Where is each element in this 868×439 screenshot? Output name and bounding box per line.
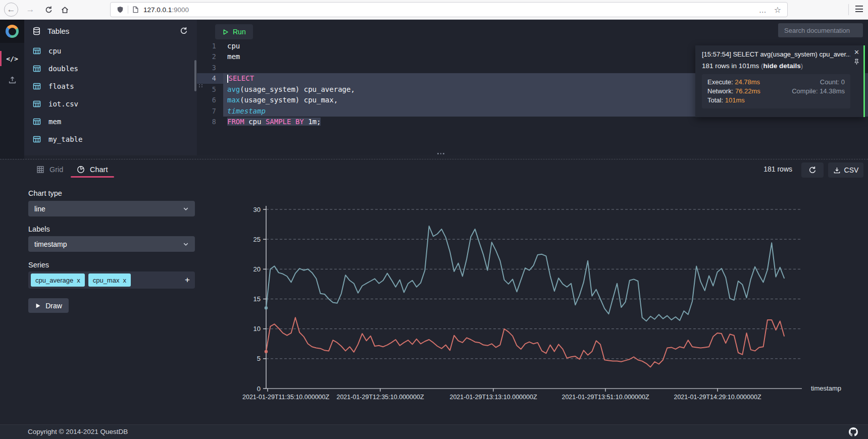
table-icon	[33, 47, 41, 55]
table-name: doubles	[48, 65, 78, 73]
tab-grid[interactable]: Grid	[36, 162, 63, 177]
database-icon	[32, 27, 41, 35]
pin-icon[interactable]	[854, 59, 859, 65]
url-text: 127.0.0.1:9000	[143, 6, 189, 14]
table-item-iot.csv[interactable]: iot.csv	[24, 95, 197, 113]
table-icon	[33, 135, 41, 143]
svg-text:2021-01-29T13:13:10.000000Z: 2021-01-29T13:13:10.000000Z	[449, 394, 537, 401]
svg-text:20: 20	[253, 265, 261, 273]
table-icon	[33, 118, 41, 126]
labels-label: Labels	[28, 225, 50, 233]
line-number: 5	[197, 84, 223, 95]
chart-type-select[interactable]: line	[28, 201, 195, 216]
search-documentation-input[interactable]	[778, 23, 863, 37]
table-item-floats[interactable]: floats	[24, 77, 197, 95]
chip-remove-icon[interactable]: x	[77, 277, 80, 284]
table-icon	[33, 65, 41, 73]
add-series-button[interactable]: +	[185, 275, 190, 285]
page-actions-icon[interactable]: …	[759, 6, 767, 14]
chart-type-label: Chart type	[28, 189, 62, 197]
hide-details-link[interactable]: hide details	[763, 62, 801, 70]
csv-download-button[interactable]: CSV	[828, 162, 863, 178]
line-number: 2	[197, 51, 223, 63]
page-icon[interactable]	[132, 6, 139, 13]
chip-remove-icon[interactable]: x	[123, 277, 126, 284]
refresh-icon	[808, 166, 816, 174]
tables-panel: Tables cpudoublesfloatsiot.csvmemmy_tabl…	[24, 20, 197, 155]
series-chip-cpu_max[interactable]: cpu_maxx	[88, 273, 131, 287]
series-input[interactable]: cpu_averagexcpu_maxx+	[28, 271, 195, 289]
line-chart[interactable]: 0510152025302021-01-29T11:35:10.000000Z2…	[202, 200, 858, 417]
line-number: 7	[197, 105, 223, 117]
table-item-cpu[interactable]: cpu	[24, 42, 197, 60]
browser-toolbar: ← → 127.0.0.1:9000 … ☆	[0, 0, 868, 20]
series-chip-cpu_average[interactable]: cpu_averagex	[31, 273, 85, 287]
svg-text:timestamp: timestamp	[811, 385, 841, 392]
url-bar[interactable]: 127.0.0.1:9000 … ☆	[110, 2, 788, 17]
active-indicator	[0, 51, 2, 66]
chevron-down-icon	[183, 241, 189, 247]
tables-scrollbar[interactable]	[194, 60, 196, 91]
footer: Copyright © 2014-2021 QuestDB	[0, 424, 868, 439]
draw-button[interactable]: Draw	[28, 298, 69, 313]
line-number: 6	[197, 95, 223, 106]
svg-text:2021-01-29T13:51:10.000000Z: 2021-01-29T13:51:10.000000Z	[561, 394, 649, 401]
chevron-down-icon	[183, 206, 189, 212]
rows-count: 181 rows	[763, 165, 792, 173]
table-name: iot.csv	[48, 100, 78, 108]
play-outline-icon	[222, 29, 229, 35]
labels-select[interactable]: timestamp	[28, 236, 195, 252]
svg-text:5: 5	[257, 355, 261, 362]
browser-reload-icon[interactable]	[41, 3, 56, 17]
browser-back-icon[interactable]: ←	[4, 3, 18, 17]
table-icon	[33, 100, 41, 108]
editor-line-8[interactable]: 8FROM cpu SAMPLE BY 1m;	[197, 117, 868, 128]
browser-menu-icon[interactable]	[855, 6, 863, 12]
pie-chart-icon	[77, 166, 85, 174]
table-item-doubles[interactable]: doubles	[24, 60, 197, 77]
table-icon	[33, 82, 41, 90]
sidebar-item-console[interactable]: </>	[0, 49, 24, 68]
line-number: 1	[197, 40, 223, 51]
run-button[interactable]: Run	[215, 24, 253, 39]
table-name: my_table	[48, 135, 82, 143]
github-icon[interactable]	[849, 427, 858, 436]
svg-text:0: 0	[257, 385, 261, 393]
browser-home-icon[interactable]	[58, 3, 72, 17]
horizontal-splitter-handle[interactable]	[437, 153, 444, 154]
refresh-icon	[180, 27, 188, 35]
questdb-logo[interactable]	[0, 20, 24, 43]
tables-refresh-button[interactable]	[176, 23, 192, 39]
sidebar-item-import[interactable]	[0, 72, 24, 87]
line-number: 3	[197, 62, 223, 73]
results-panel: Grid Chart 181 rows CSV Chart type line …	[0, 159, 868, 424]
line-number: 8	[197, 117, 223, 128]
browser-forward-icon[interactable]: →	[23, 3, 37, 17]
toolbar-divider	[848, 4, 849, 15]
grid-icon	[36, 166, 44, 174]
notification-summary: 181 rows in 101ms (hide details)	[702, 62, 850, 70]
tables-header: Tables	[24, 20, 197, 42]
urlbar-divider	[128, 6, 128, 14]
close-icon[interactable]: ✕	[854, 48, 859, 56]
table-item-mem[interactable]: mem	[24, 113, 197, 130]
results-refresh-button[interactable]	[801, 162, 824, 178]
tab-chart[interactable]: Chart	[77, 162, 108, 177]
svg-text:2021-01-29T11:35:10.000000Z: 2021-01-29T11:35:10.000000Z	[242, 394, 329, 401]
svg-text:2021-01-29T12:35:10.000000Z: 2021-01-29T12:35:10.000000Z	[336, 394, 424, 401]
text-cursor	[227, 75, 228, 83]
line-number: 4	[197, 73, 223, 84]
tables-title: Tables	[47, 27, 69, 35]
table-name: cpu	[48, 47, 61, 55]
query-notification: [15:57:54] SELECT avg(usage_system) cpu_…	[695, 45, 865, 117]
series-label: Series	[28, 261, 49, 269]
table-item-my_table[interactable]: my_table	[24, 130, 197, 148]
bookmark-star-icon[interactable]: ☆	[774, 5, 781, 15]
table-name: mem	[48, 118, 61, 126]
active-tab-underline	[71, 176, 114, 178]
svg-text:10: 10	[253, 325, 261, 333]
svg-text:25: 25	[253, 236, 261, 243]
questdb-console: ← → 127.0.0.1:9000 … ☆ </>	[0, 0, 868, 439]
copyright-text: Copyright © 2014-2021 QuestDB	[28, 428, 128, 435]
shield-icon[interactable]	[117, 6, 124, 13]
